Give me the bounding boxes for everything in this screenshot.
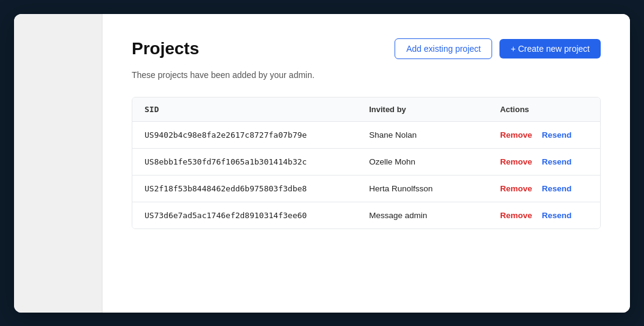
cell-actions: RemoveResend	[488, 202, 600, 229]
cell-invited-by: Ozelle Mohn	[357, 148, 488, 175]
table-row: US2f18f53b8448462edd6b975803f3dbe8Herta …	[132, 175, 600, 202]
projects-table-container: SID Invited by Actions US9402b4c98e8fa2e…	[132, 97, 601, 229]
page-title: Projects	[132, 39, 199, 58]
header-actions: Add existing project + Create new projec…	[395, 38, 601, 59]
resend-button[interactable]: Resend	[542, 157, 571, 166]
remove-button[interactable]: Remove	[500, 157, 532, 166]
table-row: US9402b4c98e8fa2e2617c8727fa07b79eShane …	[132, 121, 600, 148]
remove-button[interactable]: Remove	[500, 130, 532, 140]
subtitle: These projects have been added by your a…	[132, 70, 601, 80]
table-body: US9402b4c98e8fa2e2617c8727fa07b79eShane …	[132, 121, 600, 229]
resend-button[interactable]: Resend	[542, 211, 571, 220]
add-existing-button[interactable]: Add existing project	[395, 38, 492, 59]
resend-button[interactable]: Resend	[542, 184, 571, 193]
remove-button[interactable]: Remove	[500, 211, 532, 220]
col-header-sid: SID	[132, 97, 357, 122]
cell-invited-by: Message admin	[357, 202, 488, 229]
cell-sid: US8ebb1fe530fd76f1065a1b301414b32c	[132, 148, 357, 175]
projects-table: SID Invited by Actions US9402b4c98e8fa2e…	[132, 97, 600, 229]
table-row: US73d6e7ad5ac1746ef2d8910314f3ee60Messag…	[132, 202, 600, 229]
cell-actions: RemoveResend	[488, 121, 600, 148]
header-row: Projects Add existing project + Create n…	[132, 38, 601, 59]
cell-sid: US9402b4c98e8fa2e2617c8727fa07b79e	[132, 121, 357, 148]
cell-invited-by: Herta Runolfsson	[357, 175, 488, 202]
cell-actions: RemoveResend	[488, 175, 600, 202]
sidebar	[14, 14, 102, 313]
cell-actions: RemoveResend	[488, 148, 600, 175]
main-content: Projects Add existing project + Create n…	[102, 14, 630, 313]
create-new-button[interactable]: + Create new project	[499, 39, 601, 58]
resend-button[interactable]: Resend	[542, 130, 571, 140]
table-row: US8ebb1fe530fd76f1065a1b301414b32cOzelle…	[132, 148, 600, 175]
cell-sid: US2f18f53b8448462edd6b975803f3dbe8	[132, 175, 357, 202]
table-header: SID Invited by Actions	[132, 97, 600, 122]
remove-button[interactable]: Remove	[500, 184, 532, 193]
col-header-actions: Actions	[488, 97, 600, 122]
cell-invited-by: Shane Nolan	[357, 121, 488, 148]
app-window: Projects Add existing project + Create n…	[14, 14, 630, 313]
col-header-invited: Invited by	[357, 97, 488, 122]
cell-sid: US73d6e7ad5ac1746ef2d8910314f3ee60	[132, 202, 357, 229]
